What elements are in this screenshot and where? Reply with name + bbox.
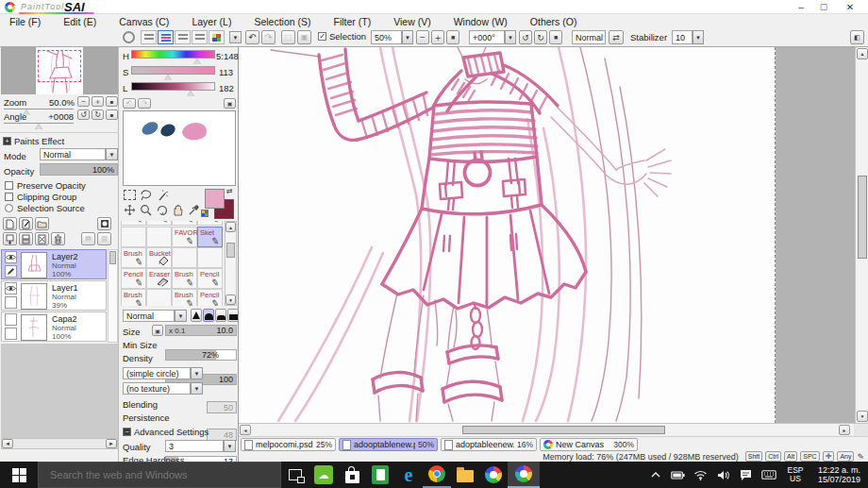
menu-edit[interactable]: Edit (E) — [63, 16, 96, 27]
layer1-visibility-toggle[interactable] — [5, 282, 17, 294]
brush-cell-1[interactable] — [146, 227, 172, 247]
foreground-color-swatch[interactable] — [205, 189, 225, 209]
brush-cell-partial-3[interactable]: ✎ — [172, 221, 197, 226]
layer-list-scrollbar[interactable] — [108, 249, 118, 343]
flip-canvas-button[interactable]: ⇄ — [609, 30, 624, 44]
taskbar-search-input[interactable] — [38, 462, 281, 488]
deselect-button[interactable]: ⬚ — [281, 30, 295, 44]
advanced-settings-header[interactable]: − Advanced Settings — [123, 427, 209, 437]
scroll-down-arrow[interactable]: ▼ — [225, 294, 236, 305]
expand-icon[interactable]: + — [3, 137, 11, 145]
brush-cell-pencil2[interactable]: Pencil✎ — [197, 268, 223, 289]
panel-toggle-4-icon[interactable] — [192, 30, 208, 44]
brush-cell-brush4[interactable]: Brush✎ — [172, 289, 197, 306]
scroll-left-arrow[interactable]: ◄ — [2, 439, 13, 448]
tray-clock[interactable]: 12:22 a. m. 15/07/2019 — [810, 462, 868, 488]
layer2-paint-indicator[interactable] — [5, 265, 17, 278]
merge-down-button[interactable] — [19, 232, 33, 245]
clipping-group-checkbox[interactable]: Clipping Group — [5, 192, 76, 202]
size-slider[interactable]: x 0.1 10.0 — [165, 325, 237, 336]
new-linework-layer-button[interactable] — [19, 217, 33, 230]
angle-reset-button[interactable]: ■ — [549, 30, 562, 44]
rotate-ccw-button[interactable]: ↺ — [519, 30, 532, 44]
rotate-cw-button[interactable]: ↻ — [534, 30, 547, 44]
stabilizer-dropdown[interactable]: ▼ — [693, 30, 704, 44]
brush-cell-brush[interactable]: Brush✎ — [121, 247, 146, 268]
selection-checkbox-box[interactable]: ✓ — [318, 32, 326, 41]
brush-blend-combo[interactable]: Normal — [123, 310, 175, 322]
brush-cell-pencil3[interactable]: Pencil✎ — [197, 289, 223, 306]
menu-view[interactable]: View (V) — [393, 16, 430, 27]
sai-taskbar-button-2-active[interactable] — [508, 462, 540, 488]
new-folder-button[interactable] — [35, 217, 49, 230]
hscrollbar-thumb[interactable] — [462, 426, 665, 434]
color-redo-button[interactable]: ↷ — [138, 98, 151, 109]
swap-colors-icon[interactable]: ⇄ — [226, 187, 233, 195]
hue-slider-thumb[interactable] — [193, 59, 201, 64]
selection-checkbox[interactable]: ✓ Selection — [318, 31, 366, 42]
tool-eyedropper[interactable] — [188, 204, 200, 216]
zoom-combo-dropdown[interactable]: ▼ — [402, 30, 413, 44]
quality-dropdown[interactable]: ▼ — [224, 440, 236, 452]
luminance-slider-thumb[interactable] — [187, 91, 194, 96]
scroll-up-arrow[interactable]: ▲ — [225, 222, 236, 232]
brush-cell-partial-4[interactable]: ✎ — [197, 221, 223, 226]
nav-zoom-out-button[interactable]: − — [77, 96, 90, 107]
brush-cell-13[interactable] — [146, 289, 172, 306]
brush-cell-favor[interactable]: FAVOR✎ — [172, 227, 197, 247]
store-button[interactable] — [338, 462, 366, 488]
preserve-opacity-checkbox[interactable]: Preserve Opacity — [5, 180, 86, 191]
tool-move[interactable] — [124, 204, 136, 216]
luminance-slider[interactable] — [131, 82, 215, 91]
capa2-visibility-toggle[interactable] — [5, 313, 17, 326]
vscrollbar-thumb[interactable] — [858, 176, 867, 259]
brush-cell-0[interactable] — [121, 227, 146, 247]
paint-mode-combo[interactable]: Normal — [572, 30, 606, 44]
zoom-reset-button[interactable]: ■ — [446, 30, 459, 44]
saturation-slider[interactable] — [131, 66, 215, 75]
color-undo-button[interactable]: ↶ — [123, 98, 136, 109]
brush-blend-dropdown[interactable]: ▼ — [175, 310, 187, 322]
panel-toggle-2-icon[interactable] — [158, 30, 174, 44]
brush-cell-partial-1[interactable]: ✎ — [121, 221, 146, 226]
color-wheel-toggle-icon[interactable] — [123, 31, 135, 43]
brush-cell-brush3[interactable]: Brush✎ — [121, 289, 146, 306]
brush-cell-pencil1[interactable]: Pencil✎ — [121, 268, 146, 289]
tray-keyboard-button[interactable] — [757, 462, 781, 488]
nav-angle-reset-button[interactable]: ■ — [106, 109, 118, 120]
nav-rotate-ccw-button[interactable]: ↺ — [77, 109, 90, 120]
transfer-down-button[interactable] — [3, 232, 17, 245]
tool-rotate-view[interactable] — [156, 204, 168, 216]
opacity-slider[interactable]: 100% — [40, 163, 118, 176]
selection-source-checkbox[interactable]: Selection Source — [5, 203, 85, 213]
clear-layer-button[interactable] — [35, 232, 49, 245]
brush-texture-dropdown[interactable]: ▼ — [191, 382, 203, 395]
close-button[interactable]: ✕ — [840, 2, 860, 13]
drawing-canvas[interactable] — [239, 47, 776, 423]
quality-combo[interactable]: 3 — [165, 440, 224, 452]
redo-button[interactable]: ↷ — [261, 30, 275, 44]
brush-tip-sharp[interactable] — [191, 309, 202, 322]
tray-wifi-button[interactable] — [689, 462, 711, 488]
menu-window[interactable]: Window (W) — [454, 16, 508, 27]
scroll-up-arrow[interactable]: ▲ — [857, 48, 868, 59]
new-layer-button[interactable] — [3, 217, 17, 230]
layer1-paint-indicator[interactable] — [5, 296, 17, 309]
tab-adooptablenew-active[interactable]: adooptablenew.psd50% — [339, 438, 438, 451]
menu-others[interactable]: Others (O) — [530, 16, 577, 27]
canvas-hscrollbar[interactable]: ◄ ► — [239, 423, 868, 436]
tool-rect-select[interactable] — [124, 190, 136, 200]
tab-melpocomi[interactable]: melpocomi.psd25% — [241, 438, 336, 451]
zoom-combo[interactable]: 50% — [371, 30, 402, 44]
layer-row-layer1[interactable]: Layer1 Normal 39% — [1, 280, 107, 311]
paints-effect-header[interactable]: + Paints Effect — [3, 136, 64, 146]
scroll-down-arrow[interactable]: ▼ — [857, 411, 868, 422]
brush-cell-sket-selected[interactable]: Sket✎ — [197, 227, 223, 247]
color-grid-icon[interactable] — [201, 210, 209, 217]
panel-toggle-3-icon[interactable] — [175, 30, 191, 44]
layer2-visibility-toggle[interactable] — [5, 251, 17, 263]
tray-language-switcher[interactable]: ESP US — [781, 462, 810, 488]
layer-row-capa2[interactable]: Capa2 Normal 100% — [1, 311, 107, 342]
tool-lasso[interactable] — [140, 189, 153, 201]
mode-combo[interactable]: Normal — [40, 148, 106, 160]
